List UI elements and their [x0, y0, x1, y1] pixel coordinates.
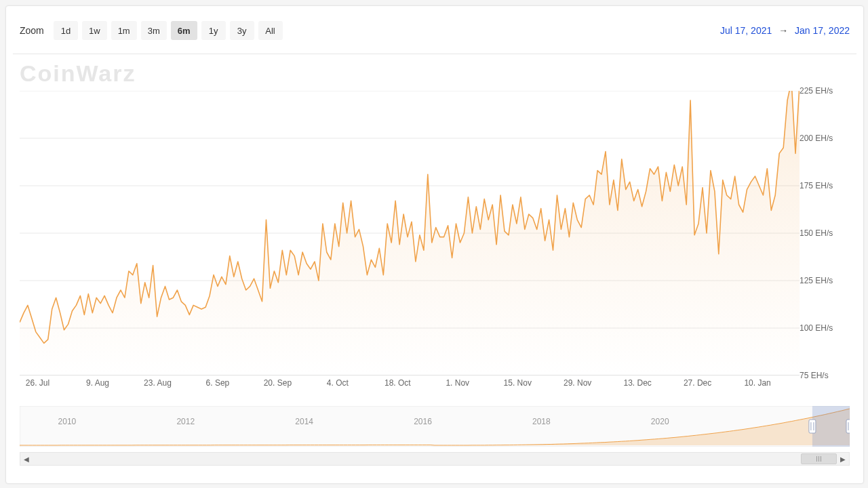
scroll-right-icon[interactable]: ▶ [837, 453, 849, 464]
chart-card: Zoom 1d1w1m3m6m1y3yAll Jul 17, 2021 → Ja… [5, 5, 864, 484]
zoom-1d-button[interactable]: 1d [54, 21, 78, 40]
zoom-button-group: 1d1w1m3m6m1y3yAll [54, 21, 283, 40]
navigator-tick-label: 2020 [651, 417, 669, 426]
y-axis: 75 EH/s100 EH/s125 EH/s150 EH/s175 EH/s2… [800, 91, 850, 375]
main-plot-area: 75 EH/s100 EH/s125 EH/s150 EH/s175 EH/s2… [20, 91, 850, 375]
hashrate-line-chart[interactable] [20, 91, 800, 375]
zoom-3y-button[interactable]: 3y [230, 21, 254, 40]
scroll-thumb[interactable] [801, 453, 837, 464]
zoom-1y-button[interactable]: 1y [201, 21, 226, 40]
range-from-link[interactable]: Jul 17, 2021 [720, 25, 772, 36]
navigator-scrollbar[interactable]: ◀ ▶ [20, 452, 850, 466]
x-tick-label: 6. Sep [206, 378, 230, 388]
zoom-6m-button[interactable]: 6m [171, 21, 197, 40]
scroll-left-icon[interactable]: ◀ [20, 453, 33, 464]
x-tick-label: 23. Aug [144, 378, 172, 388]
navigator-tick-label: 2018 [532, 417, 551, 426]
x-tick-label: 26. Jul [26, 378, 50, 388]
y-tick-label: 200 EH/s [800, 134, 833, 143]
x-axis: 26. Jul9. Aug23. Aug6. Sep20. Sep4. Oct1… [20, 378, 800, 390]
x-tick-label: 15. Nov [504, 378, 532, 388]
range-arrow-icon: → [778, 25, 788, 36]
zoom-3m-button[interactable]: 3m [141, 21, 167, 40]
x-tick-label: 13. Dec [623, 378, 651, 388]
y-tick-label: 75 EH/s [800, 371, 829, 380]
date-range: Jul 17, 2021 → Jan 17, 2022 [720, 25, 850, 36]
zoom-label: Zoom [20, 25, 44, 36]
range-to-link[interactable]: Jan 17, 2022 [795, 25, 850, 36]
x-tick-label: 10. Jan [744, 378, 770, 388]
x-tick-label: 1. Nov [446, 378, 469, 388]
chart-toolbar: Zoom 1d1w1m3m6m1y3yAll Jul 17, 2021 → Ja… [13, 13, 856, 54]
navigator[interactable]: 201020122014201620182020 [20, 406, 850, 447]
y-tick-label: 175 EH/s [800, 181, 833, 190]
x-tick-label: 29. Nov [564, 378, 591, 388]
zoom-1m-button[interactable]: 1m [111, 21, 137, 40]
watermark-logo: CoinWarz [20, 60, 136, 87]
x-tick-label: 18. Oct [384, 378, 411, 388]
x-tick-label: 27. Dec [684, 378, 711, 388]
navigator-tick-label: 2016 [414, 417, 432, 426]
y-tick-label: 150 EH/s [800, 228, 833, 238]
scroll-track[interactable] [33, 453, 837, 465]
y-tick-label: 100 EH/s [800, 323, 833, 333]
navigator-tick-label: 2012 [176, 417, 195, 426]
y-tick-label: 125 EH/s [800, 276, 833, 285]
navigator-tick-label: 2010 [58, 417, 77, 426]
y-tick-label: 225 EH/s [800, 86, 833, 96]
x-tick-label: 4. Oct [327, 378, 349, 388]
svg-rect-9 [812, 406, 850, 447]
navigator-handle-left[interactable] [809, 420, 816, 433]
zoom-1w-button[interactable]: 1w [82, 21, 107, 40]
x-tick-label: 20. Sep [264, 378, 292, 388]
navigator-tick-label: 2014 [295, 417, 313, 426]
x-tick-label: 9. Aug [86, 378, 109, 388]
zoom-all-button[interactable]: All [258, 21, 283, 40]
